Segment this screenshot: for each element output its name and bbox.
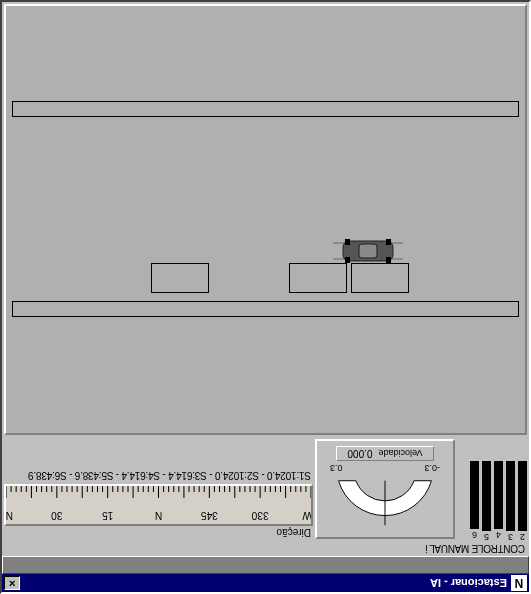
svg-rect-77 [345,257,350,263]
svg-text:30: 30 [51,510,63,521]
compass-scale-icon: NW330345N1530NE [6,486,311,524]
bar-number: 3 [506,532,515,542]
app-window: N Estacionar - IA ✕ CONTROLE MANUAL i 23… [0,0,531,594]
bar-fill [470,461,479,529]
bar-fill [482,461,491,531]
bar-number: 5 [482,532,491,542]
gauge-min: -0.3 [424,463,440,473]
svg-text:15: 15 [102,510,114,521]
gauge-ticks: -0.3 0.3 [330,463,440,473]
bar-indicator: 6 [470,461,479,540]
bar-number: 6 [470,530,479,540]
bar-number: 2 [518,532,527,542]
velocity-readout: Velocidade 0.000 [336,446,433,461]
speed-gauge: -0.3 0.3 Velocidade 0.000 [315,439,455,539]
svg-text:N: N [155,510,162,521]
instrument-row: 23456 -0.3 0.3 Velocidade 0.000 Direção … [2,437,529,541]
gauge-max: 0.3 [330,463,343,473]
bar-indicator: 5 [482,461,491,542]
compass-ruler[interactable]: NW330345N1530NE [4,484,313,526]
title-bar[interactable]: N Estacionar - IA ✕ [2,574,529,592]
road-boundary-bottom [12,101,519,117]
svg-rect-78 [345,239,350,245]
velocity-value: 0.000 [347,448,372,459]
app-icon: N [511,575,527,591]
bar-panel: 23456 [457,461,527,539]
vehicle[interactable] [333,237,403,265]
parking-slot [151,263,209,293]
bar-indicator: 2 [518,461,527,542]
window-title: Estacionar - IA [20,577,507,589]
simulation-canvas[interactable] [4,4,527,435]
sensor-status: S1:1024.0 - S2:1024.0 - S3:614.4 - S4:61… [4,467,313,484]
svg-text:330: 330 [251,510,268,521]
control-label: CONTROLE MANUAL i [2,541,529,556]
direction-label: Direção [4,526,313,539]
bar-fill [518,461,527,531]
velocity-label: Velocidade [379,449,423,459]
svg-text:NW: NW [302,510,311,521]
gauge-dial-icon [326,473,444,533]
svg-rect-74 [359,244,377,258]
close-button[interactable]: ✕ [4,576,20,590]
bar-fill [494,461,503,529]
bar-group: 23456 [457,461,527,539]
bar-indicator: 3 [506,461,515,542]
road-boundary-top [12,301,519,317]
bar-fill [506,461,515,531]
bar-number: 4 [494,530,503,540]
toolbar-spacer [2,556,529,574]
svg-text:345: 345 [200,510,217,521]
car-icon [333,237,403,265]
svg-rect-75 [386,257,391,263]
direction-panel: Direção NW330345N1530NE S1:1024.0 - S2:1… [4,467,313,539]
parking-slot [351,263,409,293]
svg-rect-76 [386,239,391,245]
bar-indicator: 4 [494,461,503,540]
svg-text:NE: NE [6,510,13,521]
parking-slot [289,263,347,293]
